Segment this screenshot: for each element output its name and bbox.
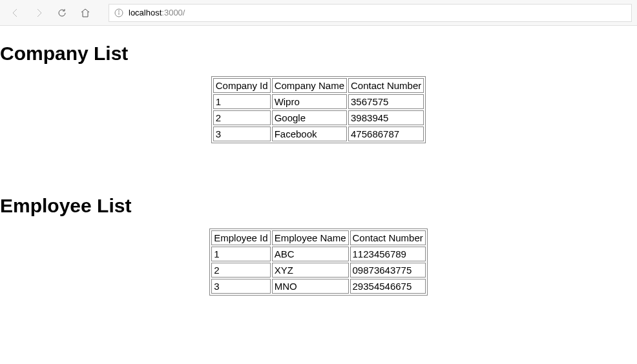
arrow-right-icon bbox=[34, 8, 44, 18]
cell: XYZ bbox=[272, 263, 349, 278]
back-button[interactable] bbox=[5, 3, 26, 23]
cell: Google bbox=[272, 110, 347, 125]
home-icon bbox=[80, 8, 90, 18]
contact-number-header: Contact Number bbox=[350, 230, 426, 245]
page-content: Company List Company Id Company Name Con… bbox=[0, 43, 637, 296]
info-icon bbox=[114, 8, 123, 17]
employee-table: Employee Id Employee Name Contact Number… bbox=[209, 228, 428, 296]
table-row: 1 ABC 1123456789 bbox=[211, 247, 426, 261]
employee-list-heading: Employee List bbox=[0, 195, 637, 217]
cell: 2 bbox=[211, 263, 270, 278]
company-table: Company Id Company Name Contact Number 1… bbox=[211, 76, 426, 143]
table-row: 3 Facebook 475686787 bbox=[213, 126, 424, 141]
refresh-button[interactable] bbox=[52, 3, 72, 23]
cell: 29354546675 bbox=[350, 279, 426, 294]
employee-id-header: Employee Id bbox=[211, 230, 270, 245]
table-row: 2 Google 3983945 bbox=[213, 110, 424, 125]
cell: Facebook bbox=[272, 126, 347, 141]
cell: 3983945 bbox=[348, 110, 424, 125]
browser-toolbar: localhost:3000/ bbox=[0, 0, 637, 26]
url-text: localhost:3000/ bbox=[129, 8, 185, 17]
url-rest: :3000/ bbox=[162, 8, 185, 17]
arrow-left-icon bbox=[10, 8, 21, 18]
employee-table-wrap: Employee Id Employee Name Contact Number… bbox=[0, 228, 637, 296]
table-row: 3 MNO 29354546675 bbox=[211, 279, 426, 294]
table-header-row: Company Id Company Name Contact Number bbox=[213, 78, 424, 93]
cell: 1123456789 bbox=[350, 247, 426, 261]
employee-name-header: Employee Name bbox=[272, 230, 349, 245]
company-name-header: Company Name bbox=[272, 78, 347, 93]
cell: 09873643775 bbox=[350, 263, 426, 278]
cell: 1 bbox=[213, 94, 271, 109]
cell: Wipro bbox=[272, 94, 347, 109]
table-header-row: Employee Id Employee Name Contact Number bbox=[211, 230, 426, 245]
cell: 3 bbox=[211, 279, 270, 294]
url-host: localhost bbox=[129, 8, 162, 17]
svg-point-2 bbox=[119, 10, 120, 11]
table-row: 2 XYZ 09873643775 bbox=[211, 263, 426, 278]
cell: 3567575 bbox=[348, 94, 424, 109]
company-table-wrap: Company Id Company Name Contact Number 1… bbox=[0, 76, 637, 143]
company-list-heading: Company List bbox=[0, 43, 637, 65]
forward-button[interactable] bbox=[28, 3, 49, 23]
cell: 475686787 bbox=[348, 126, 424, 141]
home-button[interactable] bbox=[75, 3, 96, 23]
cell: 3 bbox=[213, 126, 271, 141]
cell: 2 bbox=[213, 110, 271, 125]
table-row: 1 Wipro 3567575 bbox=[213, 94, 424, 109]
cell: ABC bbox=[272, 247, 349, 261]
cell: 1 bbox=[211, 247, 270, 261]
address-bar[interactable]: localhost:3000/ bbox=[109, 4, 632, 22]
refresh-icon bbox=[57, 8, 67, 18]
cell: MNO bbox=[272, 279, 349, 294]
contact-number-header: Contact Number bbox=[348, 78, 424, 93]
company-id-header: Company Id bbox=[213, 78, 271, 93]
